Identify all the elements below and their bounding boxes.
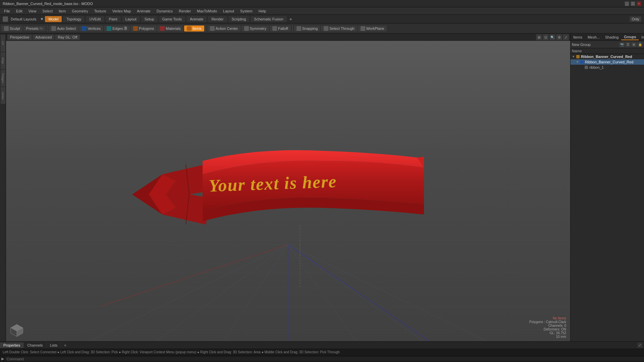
viewport-grid-icon[interactable]: ⊞ — [536, 34, 542, 40]
panel-list-icon[interactable]: ☰ — [625, 42, 631, 47]
tab-scripting[interactable]: Scripting — [228, 16, 250, 22]
sidebar-item-uv[interactable]: UV — [1, 35, 5, 52]
edges-icon — [107, 26, 111, 31]
sidebar-item-edge[interactable]: Edge — [1, 52, 5, 69]
panel-grid-icon[interactable]: ⊞ — [631, 42, 637, 47]
raygl-button[interactable]: Ray GL: Off — [55, 35, 80, 40]
new-group-button[interactable]: New Group — [572, 43, 591, 47]
menu-maxcomodo[interactable]: MaxToModo — [194, 8, 220, 14]
vertices-button[interactable]: Vertices — [79, 25, 103, 32]
falloff-button[interactable]: Falloff — [270, 25, 291, 32]
bottom-panel-right: ⤢ — [637, 343, 644, 348]
bottom-tab-channels[interactable]: Channels — [24, 343, 46, 348]
right-panel-header: New Group 📷 ☰ ⊞ 🔒 — [571, 41, 644, 48]
panel-expand-icon[interactable]: ⤢ — [637, 343, 643, 348]
sidebar-item-vertex[interactable]: Vertex — [1, 87, 5, 104]
menu-help[interactable]: Help — [256, 8, 269, 14]
layout-icon — [3, 16, 8, 22]
add-layout-icon[interactable]: + — [289, 16, 292, 22]
presets-button[interactable]: Presets Fx — [23, 26, 46, 31]
expand-arrow-child1: ▼ — [576, 60, 579, 64]
viewport-settings-icon[interactable]: ⚙ — [556, 34, 562, 40]
right-tab-images[interactable]: Images — [639, 35, 644, 40]
right-tab-mesh[interactable]: Mesh... — [585, 35, 602, 40]
menu-select[interactable]: Select — [40, 8, 55, 14]
status-message: Left Double Click: Select Connected ● Le… — [3, 350, 340, 354]
command-input[interactable] — [5, 357, 644, 361]
menu-view[interactable]: View — [26, 8, 39, 14]
bottom-tab-lists[interactable]: Lists — [47, 343, 61, 348]
tab-schematic-fusion[interactable]: Schematic Fusion — [251, 16, 286, 22]
materials-button[interactable]: Materials — [157, 25, 183, 32]
perspective-button[interactable]: Perspective — [7, 35, 32, 40]
snapping-button[interactable]: Snapping — [294, 25, 321, 32]
panel-lock-icon[interactable]: 🔒 — [637, 42, 643, 47]
tab-game-tools[interactable]: Game Tools — [159, 16, 185, 22]
menu-animate[interactable]: Animate — [134, 8, 153, 14]
panel-camera-icon[interactable]: 📷 — [619, 42, 625, 47]
sculpt-button[interactable]: Sculpt — [1, 25, 23, 32]
tree-child-item-2[interactable]: ribbon_1 — [571, 65, 644, 70]
titlebar-controls: _ □ × — [625, 1, 641, 6]
separator3 — [292, 25, 292, 32]
menu-file[interactable]: File — [1, 8, 13, 14]
tab-setup[interactable]: Setup — [141, 16, 158, 22]
menu-vertex-map[interactable]: Vertex Map — [110, 8, 134, 14]
titlebar: Ribbon_Banner_Curved_Red_modo_base.lxo -… — [0, 0, 644, 7]
only-button[interactable]: Only — [630, 16, 641, 22]
tree-root-item[interactable]: ▼ Ribbon_Banner_Curved_Red — [571, 54, 644, 59]
select-through-button[interactable]: Select Through — [321, 25, 357, 32]
vertices-icon — [82, 26, 87, 31]
items-icon — [187, 26, 192, 31]
workplane-button[interactable]: WorkPlane — [358, 25, 387, 32]
viewport[interactable]: Perspective Advanced Ray GL: Off ⊞ ⊡ 🔍 ⚙… — [6, 34, 570, 341]
command-bar: ▶ — [0, 355, 644, 362]
action-center-button[interactable]: Action Center — [207, 25, 241, 32]
viewport-zoom-icon[interactable]: 🔍 — [549, 34, 555, 40]
tab-uvedit[interactable]: UVEdit — [86, 16, 104, 22]
tree-child-item-1[interactable]: ▼ Ribbon_Banner_Curved_Red — [571, 59, 644, 65]
viewport-expand-icon[interactable]: ⤢ — [563, 34, 569, 40]
polygons-button[interactable]: Polygons — [130, 25, 157, 32]
command-expand-button[interactable]: ▶ — [0, 357, 5, 361]
items-button[interactable]: Items — [184, 25, 204, 32]
edges-button[interactable]: Edges 3 — [104, 25, 130, 32]
sculpt-icon — [4, 26, 9, 31]
menu-item[interactable]: Item — [56, 8, 68, 14]
minimize-button[interactable]: _ — [625, 1, 629, 6]
menu-layout[interactable]: Layout — [220, 8, 237, 14]
advanced-button[interactable]: Advanced — [33, 35, 54, 40]
menu-dynamics[interactable]: Dynamics — [154, 8, 175, 14]
right-panel: Items Mesh... Shading Groups Images New … — [570, 34, 644, 341]
auto-select-icon — [51, 26, 56, 31]
menu-edit[interactable]: Edit — [13, 8, 25, 14]
tab-model[interactable]: Model — [45, 16, 62, 22]
channels-status: Channels: 0 — [529, 324, 566, 327]
right-tab-items[interactable]: Items — [571, 35, 585, 40]
tab-paint[interactable]: Paint — [106, 16, 121, 22]
separator — [47, 25, 47, 32]
viewport-zoom-fit-icon[interactable]: ⊡ — [543, 34, 549, 40]
right-panel-col-header: Name — [571, 48, 644, 54]
menu-system[interactable]: System — [237, 8, 255, 14]
symmetry-button[interactable]: Symmetry — [241, 25, 269, 32]
maximize-button[interactable]: □ — [631, 1, 635, 6]
add-panel-tab-button[interactable]: + — [61, 342, 69, 349]
bottom-tab-properties[interactable]: Properties — [0, 343, 24, 348]
tab-render[interactable]: Render — [208, 16, 227, 22]
falloff-icon — [272, 26, 277, 31]
close-button[interactable]: × — [637, 1, 641, 6]
tab-layout[interactable]: Layout — [122, 16, 140, 22]
viewport-toolbar: Perspective Advanced Ray GL: Off ⊞ ⊡ 🔍 ⚙… — [6, 34, 570, 41]
default-layouts-label[interactable]: Default Layouts — [11, 17, 36, 21]
auto-select-button[interactable]: Auto Select — [49, 25, 78, 32]
menu-texture[interactable]: Texture — [92, 8, 109, 14]
tab-topology[interactable]: Topology — [63, 16, 85, 22]
right-tab-shading[interactable]: Shading — [602, 35, 621, 40]
menu-geometry[interactable]: Geometry — [69, 8, 91, 14]
tab-animate[interactable]: Animate — [186, 16, 207, 22]
menu-render[interactable]: Render — [176, 8, 194, 14]
right-tab-groups[interactable]: Groups — [621, 34, 639, 40]
layoutbar: Default Layouts ★ Model Topology UVEdit … — [0, 15, 644, 23]
sidebar-item-polygon[interactable]: Polygon — [1, 70, 5, 86]
